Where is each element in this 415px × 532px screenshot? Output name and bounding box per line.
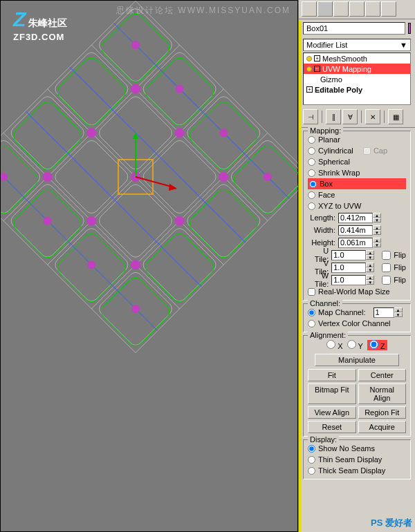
bulb-icon [306,56,312,61]
bitmap-fit-button[interactable]: Bitmap Fit [308,383,356,404]
uflip-checkbox[interactable] [382,251,391,260]
panel-tabs [299,0,415,19]
vflip-checkbox[interactable] [382,263,391,272]
pin-stack-button[interactable]: ⊣ [303,109,318,124]
channel-rollout: Channel: Map Channel: ▲▼ Vertex Color Ch… [303,303,411,332]
modifier-list-label: Modifier List [306,41,347,49]
mapping-box[interactable]: Box [308,178,406,189]
acquire-button[interactable]: Acquire [358,421,407,433]
center-button[interactable]: Center [358,369,407,381]
length-input[interactable] [338,213,373,223]
mod-meshsmooth[interactable]: +MeshSmooth [304,53,410,64]
chevron-down-icon: ▼ [400,41,407,49]
modifier-list-dropdown[interactable]: Modifier List ▼ [303,39,411,51]
length-label: Length: [308,213,335,222]
object-name-input[interactable] [303,22,405,35]
height-input[interactable] [338,238,373,248]
tab-motion[interactable] [349,1,365,17]
utile-input[interactable] [331,250,366,260]
map-channel-row[interactable]: Map Channel: ▲▼ [308,307,406,318]
region-fit-button[interactable]: Region Fit [358,406,407,419]
mapping-rollout: Mapping: Planar Cylindrical Cap Spherica… [303,131,411,301]
mapping-xyz[interactable]: XYZ to UVW [308,200,406,211]
width-label: Width: [308,226,335,234]
command-panel: Modifier List ▼ +MeshSmooth −UVW Mapping… [298,0,415,532]
align-y[interactable]: Y [347,340,363,350]
reset-button[interactable]: Reset [308,421,356,433]
display-title: Display: [308,435,339,444]
channel-title: Channel: [308,299,342,307]
plus-icon[interactable]: + [314,55,320,61]
mapping-title: Mapping: [308,126,343,135]
cap-checkbox[interactable] [363,147,371,155]
mapping-cylindrical[interactable]: Cylindrical Cap [308,145,406,156]
spin-up[interactable]: ▲ [373,213,381,218]
show-no-seams[interactable]: Show No Seams [308,443,406,454]
alignment-rollout: Alignment: X Y Z Manipulate Fit Center B… [303,335,411,437]
modifier-stack[interactable]: +MeshSmooth −UVW Mapping Gizmo +Editable… [303,53,411,105]
spin-down[interactable]: ▼ [373,218,381,222]
viewport[interactable]: Z 朱峰社区 ZF3D.COM 思缘设计论坛 WWW.MISSYUAN.COM [0,0,298,532]
make-unique-button[interactable]: ∀ [342,109,358,124]
mod-gizmo[interactable]: Gizmo [304,74,410,84]
thick-seam[interactable]: Thick Seam Display [308,465,406,476]
object-color-swatch[interactable] [408,23,411,34]
fit-button[interactable]: Fit [308,369,356,381]
tab-utilities[interactable] [381,1,396,17]
configure-sets-button[interactable]: ▦ [388,109,403,124]
bottom-watermark: PS 爱好者 [371,517,412,529]
mod-editable-poly[interactable]: +Editable Poly [304,84,410,95]
svg-marker-56 [133,132,138,139]
manipulate-button[interactable]: Manipulate [315,354,399,366]
view-align-button[interactable]: View Align [308,406,356,419]
tab-modify[interactable] [317,1,333,17]
vtile-input[interactable] [331,263,366,273]
thin-seam[interactable]: Thin Seam Display [308,454,406,465]
map-channel-input[interactable] [374,307,394,318]
svg-marker-57 [169,184,177,191]
minus-icon[interactable]: − [314,66,320,72]
display-rollout: Display: Show No Seams Thin Seam Display… [303,439,411,479]
height-label: Height: [308,238,335,247]
remove-modifier-button[interactable]: ✕ [365,109,380,124]
bulb-icon [306,66,312,72]
tab-hierarchy[interactable] [333,1,349,17]
wflip-checkbox[interactable] [382,276,391,285]
plus-icon[interactable]: + [306,86,313,93]
align-x[interactable]: X [326,340,342,350]
alignment-title: Alignment: [308,331,348,339]
normal-align-button[interactable]: Normal Align [358,383,407,404]
show-end-result-button[interactable]: ‖ [326,109,341,124]
yellow-strip [299,21,302,532]
mapping-face[interactable]: Face [308,189,406,200]
mapping-planar[interactable]: Planar [308,134,406,145]
axis-x [136,177,174,187]
mod-uvw-mapping[interactable]: −UVW Mapping [304,64,410,74]
align-z[interactable]: Z [367,340,387,350]
wireframe-mesh [1,1,299,532]
vertex-color-row[interactable]: Vertex Color Channel [308,318,406,329]
realworld-checkbox[interactable] [308,288,315,296]
width-input[interactable] [338,225,373,236]
wtile-input[interactable] [331,275,366,285]
wtile-label: W Tile: [308,272,329,288]
tab-display[interactable] [365,1,380,17]
mapping-spherical[interactable]: Spherical [308,156,406,167]
mapping-shrinkwrap[interactable]: Shrink Wrap [308,167,406,178]
tab-create[interactable] [302,1,317,17]
realworld-row[interactable]: Real-World Map Size [308,286,406,297]
stack-toolbar: ⊣ ‖ ∀ ✕ ▦ [299,106,415,128]
